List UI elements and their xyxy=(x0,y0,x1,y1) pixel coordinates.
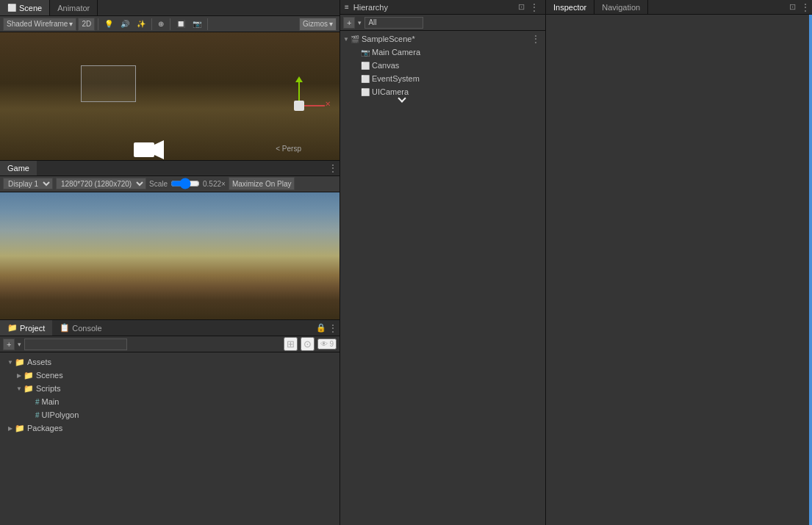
eventsystem-hierarchy-icon: ⬜ xyxy=(361,75,370,83)
hierarchy-main-camera[interactable]: ▶ 📷 Main Camera xyxy=(340,46,545,59)
packages-folder[interactable]: ▶ 📁 Packages xyxy=(0,421,339,435)
svg-marker-1 xyxy=(154,140,164,159)
scripts-folder[interactable]: ▼ 📁 Scripts xyxy=(0,382,339,395)
toolbar-divider-2 xyxy=(151,18,152,30)
gizmos-btn[interactable]: Gizmos ▾ xyxy=(299,18,337,31)
hierarchy-toolbar: + ▾ xyxy=(340,15,545,31)
gizmo-x-axis xyxy=(304,105,325,106)
tab-console[interactable]: 📋 Console xyxy=(52,320,109,336)
gizmo-container: ✕ xyxy=(294,76,304,111)
gizmo-x-cross: ✕ xyxy=(325,100,331,108)
gizmo-y-arrowhead xyxy=(295,76,303,82)
right-panel-menu[interactable]: ⋮ xyxy=(799,1,812,13)
hierarchy-eventsystem[interactable]: ▶ ⬜ EventSystem xyxy=(340,72,545,85)
scale-label: Scale xyxy=(149,180,168,188)
packages-folder-icon: 📁 xyxy=(15,424,25,433)
tab-animator[interactable]: Animator xyxy=(50,0,98,15)
hierarchy-uicamera[interactable]: ▶ ⬜ UICamera xyxy=(340,85,545,98)
project-tabs: 📁 Project 📋 Console 🔒 ⋮ xyxy=(0,320,339,336)
panel-lock-icon[interactable]: 🔒 xyxy=(316,323,326,333)
navigation-accent-bar xyxy=(809,15,812,525)
chevron-down-icon: ▾ xyxy=(69,20,73,28)
panel-menu-icon[interactable]: ⋮ xyxy=(326,322,339,334)
game-viewport xyxy=(0,192,339,320)
add-asset-btn[interactable]: + xyxy=(3,338,15,350)
hierarchy-add-btn[interactable]: + xyxy=(343,17,355,29)
svg-rect-0 xyxy=(134,142,154,157)
assets-root[interactable]: ▼ 📁 Assets xyxy=(0,355,339,369)
sort-icon-btn[interactable]: ⊙ xyxy=(301,337,315,351)
toolbar-divider-1 xyxy=(98,18,98,30)
project-search-input[interactable] xyxy=(24,338,127,350)
scale-slider[interactable] xyxy=(170,179,200,188)
main-script[interactable]: # Main xyxy=(0,395,339,408)
hierarchy-maximize-icon[interactable]: ⊡ xyxy=(518,2,525,12)
scene-wireframe-object xyxy=(81,65,136,102)
hierarchy-content: ▼ 🎬 SampleScene* ⋮ ▶ 📷 Main Camera ▶ ⬜ C… xyxy=(340,31,545,525)
view-icon-btn[interactable]: 👁 9 xyxy=(317,338,337,350)
toolbar-divider-3 xyxy=(170,18,170,30)
shading-mode-btn[interactable]: Shaded Wireframe ▾ xyxy=(3,18,76,31)
hierarchy-scene-root[interactable]: ▼ 🎬 SampleScene* ⋮ xyxy=(340,32,545,46)
dropdown-arrow: ▾ xyxy=(18,341,21,348)
game-background xyxy=(0,192,339,320)
hierarchy-canvas[interactable]: ▶ ⬜ Canvas xyxy=(340,59,545,72)
game-toolbar: Display 1 1280*720 (1280x720) Scale 0.52… xyxy=(0,176,339,192)
project-toolbar: + ▾ ⊞ ⊙ 👁 9 xyxy=(0,336,339,352)
filter-icon-btn[interactable]: ⊞ xyxy=(284,337,298,351)
audio-btn[interactable]: 🔊 xyxy=(118,18,132,31)
right-panel-maximize[interactable]: ⊡ xyxy=(786,2,799,12)
tab-navigation[interactable]: Navigation xyxy=(594,0,648,14)
perspective-label: < Persp xyxy=(276,145,301,153)
tab-inspector[interactable]: Inspector xyxy=(546,0,594,14)
uicamera-hierarchy-icon: ⬜ xyxy=(361,88,370,96)
hierarchy-header: ≡ Hierarchy ⊡ ⋮ xyxy=(340,0,545,15)
resolution-select[interactable]: 1280*720 (1280x720) xyxy=(56,178,146,189)
scenes-folder[interactable]: ▶ 📁 Scenes xyxy=(0,369,339,382)
gizmos-chevron-icon: ▾ xyxy=(329,20,333,28)
hierarchy-panel-icon: ≡ xyxy=(345,3,349,11)
scene-icon: ⬜ xyxy=(7,4,16,12)
gizmo-y-axis xyxy=(298,82,300,101)
game-tab-menu[interactable]: ⋮ xyxy=(326,162,339,174)
transform-tools-btn[interactable]: ⊕ xyxy=(155,18,167,31)
scene-toolbar: Shaded Wireframe ▾ 2D 💡 🔊 ✨ ⊕ 🔲 📷 Gizmos… xyxy=(0,16,339,32)
effects-btn[interactable]: ✨ xyxy=(134,18,148,31)
layer-btn[interactable]: 🔲 xyxy=(173,18,188,31)
tab-scene[interactable]: ⬜ Scene xyxy=(0,0,50,15)
scripts-arrow: ▼ xyxy=(15,385,24,392)
tab-project[interactable]: 📁 Project xyxy=(0,320,52,336)
scene-arrow: ▼ xyxy=(343,36,349,43)
project-content: ▼ 📁 Assets ▶ 📁 Scenes ▼ 📁 Scripts xyxy=(0,352,339,525)
scripts-folder-icon: 📁 xyxy=(24,384,34,394)
hierarchy-panel: ≡ Hierarchy ⊡ ⋮ + ▾ ▼ 🎬 SampleScene* ⋮ ▶ xyxy=(340,0,546,525)
hierarchy-menu-icon[interactable]: ⋮ xyxy=(528,1,541,13)
tab-game[interactable]: Game xyxy=(0,161,37,175)
scenes-folder-icon: 📁 xyxy=(24,371,34,380)
scenes-arrow: ▶ xyxy=(15,372,24,379)
lighting-btn[interactable]: 💡 xyxy=(101,18,116,31)
camera-btn[interactable]: 📷 xyxy=(190,18,204,31)
packages-arrow: ▶ xyxy=(6,425,15,432)
uipolygon-script-icon: # xyxy=(35,411,40,419)
bottom-panel: 📁 Project 📋 Console 🔒 ⋮ + ▾ ⊞ ⊙ 👁 xyxy=(0,319,339,525)
cursor-indicator xyxy=(340,98,545,100)
display-select[interactable]: Display 1 xyxy=(3,178,53,189)
main-script-icon: # xyxy=(35,398,40,406)
scene-background xyxy=(0,32,339,160)
right-panel-header: Inspector Navigation ⊡ ⋮ xyxy=(546,0,812,15)
scene-menu-icon[interactable]: ⋮ xyxy=(529,33,542,45)
camera-hierarchy-icon: 📷 xyxy=(361,48,370,57)
right-panel-content xyxy=(546,15,812,525)
folder-tab-icon: 📁 xyxy=(7,323,18,333)
uipolygon-script[interactable]: # UIPolygon xyxy=(0,408,339,421)
toolbar-divider-4 xyxy=(207,18,208,30)
game-tabs-bar: Game ⋮ xyxy=(0,160,339,176)
gizmo-center: ✕ xyxy=(294,101,304,111)
scene-viewport: ✕ < Persp xyxy=(0,32,339,160)
2d-toggle-btn[interactable]: 2D xyxy=(78,18,95,31)
scene-icon: 🎬 xyxy=(351,35,359,43)
maximize-on-play-btn[interactable]: Maximize On Play xyxy=(229,177,295,190)
hierarchy-filter-input[interactable] xyxy=(364,17,423,29)
assets-arrow: ▼ xyxy=(6,359,15,366)
